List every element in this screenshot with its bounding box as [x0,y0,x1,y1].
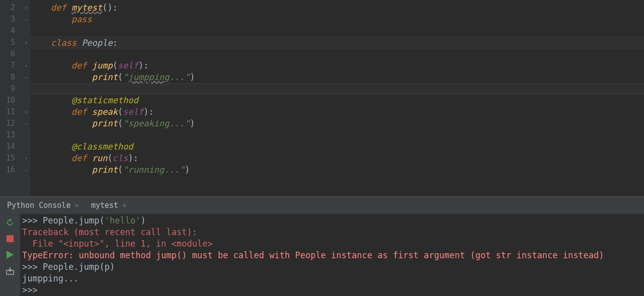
fold-empty [22,141,30,153]
code-line[interactable]: print("running...") [30,164,644,176]
code-line[interactable]: def jump(self): [30,60,644,71]
tab-python-console[interactable]: Python Console × [0,197,84,214]
code-token: ( [118,165,123,175]
console-span: ) [140,215,145,226]
stop-icon[interactable] [5,233,16,244]
code-token: print [92,118,118,128]
console-span: 'hello' [105,215,141,226]
close-icon[interactable]: × [122,201,126,209]
line-number: 3 [0,14,15,25]
code-token: run [92,153,108,163]
line-number: 10 [0,95,15,106]
code-token: print [92,165,118,175]
code-line[interactable]: @classmethod [30,141,644,153]
fold-toggle[interactable]: ▾ [22,153,30,164]
line-number: 5 [0,37,15,48]
line-number: 7 [0,60,15,71]
code-token: @staticmethod [71,95,138,105]
console-output[interactable]: >>> People.jump('hello')Traceback (most … [20,214,644,296]
code-token: ( [118,107,123,117]
console-line: >>> [22,284,642,296]
fold-toggle[interactable]: — [22,118,30,129]
code-line[interactable]: print("speaking...") [30,118,644,129]
line-number: 12 [0,118,15,129]
rerun-icon[interactable] [5,217,16,228]
fold-toggle[interactable]: ▾ [22,60,30,71]
code-line[interactable] [30,129,644,141]
tab-label: Python Console [7,201,70,210]
code-token: ( [108,153,113,163]
fold-empty [22,129,30,141]
code-token: ..." [169,72,190,82]
fold-toggle[interactable]: ▾ [22,37,30,48]
code-token: print [92,72,118,82]
console-line: jumpping... [22,273,642,284]
console-toolbar [0,214,20,296]
bottom-panel: Python Console × mytest × >>> People.jum… [0,196,644,296]
code-line[interactable]: def run(cls): [30,153,644,164]
console-span: >>> [22,285,43,295]
code-line[interactable]: def speak(self): [30,106,644,118]
fold-empty [22,48,30,60]
code-editor[interactable]: def mytest(): pass class People: def jum… [30,0,644,196]
code-token: self [118,60,138,70]
tab-mytest[interactable]: mytest × [84,197,132,214]
fold-toggle[interactable]: — [22,14,30,25]
fold-toggle[interactable]: ▾ [22,106,30,118]
code-token: (): [102,3,118,13]
console-span: People.jump(p) [43,262,115,272]
code-token: " [123,72,128,82]
code-token: ) [185,165,190,175]
line-number: 13 [0,129,15,141]
console-span: >>> [22,262,43,272]
console-line: File "<input>", line 1, in <module> [22,238,642,250]
console-line: >>> People.jump('hello') [22,215,642,227]
console-span: People.jump( [43,215,105,226]
line-number: 9 [0,83,15,95]
code-token: def [51,3,71,13]
line-number: 14 [0,141,15,153]
code-line[interactable] [30,83,644,95]
fold-empty [22,83,30,95]
code-token: cls [113,153,128,163]
line-number: 4 [0,25,15,37]
fold-toggle[interactable]: ▾ [22,2,30,14]
code-token: ( [118,118,123,128]
code-token: "running..." [123,165,185,175]
code-token: ( [118,72,123,82]
code-token: ): [143,107,153,117]
code-token: jumpping [128,72,170,82]
code-token: ) [190,72,195,82]
console-tabs: Python Console × mytest × [0,197,644,214]
fold-toggle[interactable]: — [22,71,30,83]
code-token: self [123,107,143,117]
code-line[interactable] [30,25,644,37]
close-icon[interactable]: × [74,201,78,209]
code-token: def [71,107,92,117]
code-token: ): [128,153,138,163]
code-token: @classmethod [71,141,133,152]
code-token: ): [138,60,148,70]
code-token: ( [113,60,118,70]
console-span: TypeError: unbound method jump() must be… [22,250,604,260]
code-token: class [51,38,82,48]
code-token: pass [71,14,92,24]
code-line[interactable]: def mytest(): [30,2,644,14]
tab-label: mytest [91,201,118,210]
code-line[interactable] [30,48,644,60]
code-token: mytest [71,3,102,13]
fold-empty [22,95,30,106]
code-line[interactable]: pass [30,14,644,25]
line-number: 16 [0,164,15,176]
code-line[interactable]: class People: [30,37,644,48]
code-token: def [71,60,92,70]
console-span: >>> [22,215,43,226]
fold-toggle[interactable]: — [22,164,30,176]
code-token: "speaking..." [123,118,190,128]
export-icon[interactable] [5,265,16,276]
code-line[interactable]: print("jumpping...") [30,71,644,83]
code-line[interactable]: @staticmethod [30,95,644,106]
console-line: >>> People.jump(p) [22,261,642,273]
line-number: 11 [0,106,15,118]
run-icon[interactable] [5,249,16,260]
